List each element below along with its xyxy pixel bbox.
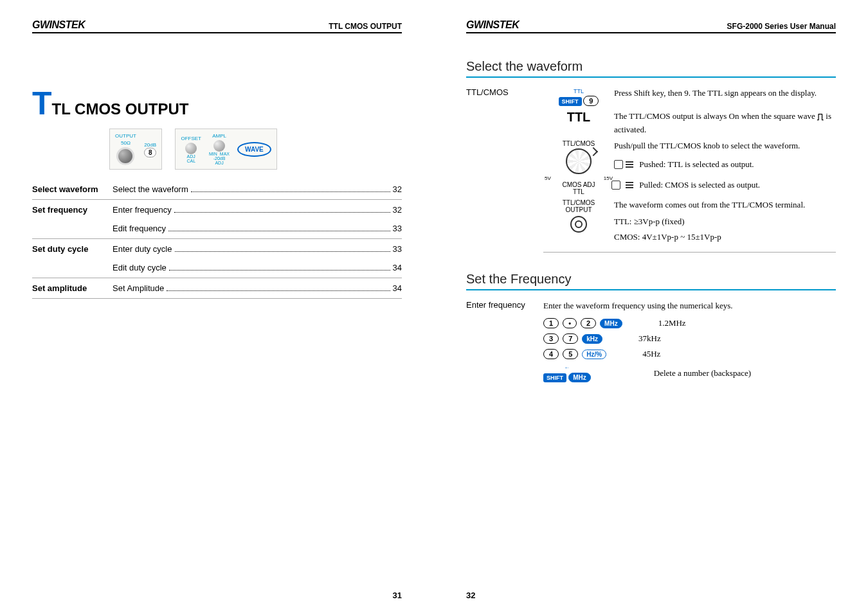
page-number: 32 [466,591,475,600]
key-9-icon: 9 [583,96,599,106]
keyrow-backspace: ← SHIFT MHz Delete a number (backspace) [543,364,836,382]
table-of-contents: Select waveformSelect the waveform32Set … [32,179,402,299]
bnc-output-icon [116,147,134,165]
header-right: GWINSTEK SFG-2000 Series User Manual [466,19,836,33]
chapter-title: TTL CMOS OUTPUT [32,85,402,122]
chapter-title-rest: TL CMOS OUTPUT [52,100,189,118]
number-key-icon: 4 [543,349,559,359]
toc-section: Select waveformSelect the waveform32 [32,179,402,200]
brand-logo: GWINSTEK [32,19,85,31]
toc-entry: Edit duty cycle34 [113,263,402,272]
shift-key-icon: SHIFT [543,373,566,382]
row-terminal: TTL/CMOS OUTPUT The waveform comes out f… [466,199,836,244]
page-number: 31 [393,591,402,600]
number-key-icon: 3 [543,333,559,344]
brand-logo: GWINSTEK [466,19,519,31]
toc-section-label: Set duty cycle [32,244,113,272]
toc-section: Set duty cycleEnter duty cycle33Edit dut… [32,239,402,278]
hardware-panel-illustration: OUTPUT 50Ω 20dB 8 OFFSET ADJ CAL AMPL MI… [32,129,402,170]
ampl-knob-icon [213,140,225,152]
toc-section-label: Set amplitude [32,283,113,293]
key-sequence-row: 1•2MHz1.2MHz [543,318,836,328]
mhz-unit-key-icon: MHz [568,373,591,382]
wave-button-icon: WAVE [237,142,271,157]
unit-key-icon: Hz/% [582,350,606,359]
key-8-icon: 8 [144,148,157,157]
header-title: TTL CMOS OUTPUT [329,22,402,31]
toc-entry: Set Amplitude34 [113,283,402,293]
key-sequence-result: 45Hz [642,349,660,359]
number-key-icon: 1 [543,318,559,328]
unit-key-icon: kHz [582,334,602,344]
number-key-icon: 7 [563,333,578,344]
page-31: GWINSTEK TTL CMOS OUTPUT TTL CMOS OUTPUT… [0,0,434,613]
shift-key-icon: SHIFT [559,97,582,106]
offset-ampl-panel: OFFSET ADJ CAL AMPL MINMAX -20dB ADJ WAV… [175,129,276,170]
key-sequence-result: 1.2MHz [658,318,686,328]
toc-section: Set frequencyEnter frequency32Edit frequ… [32,200,402,239]
row-knob-pushpull: TTL/CMOS 5V15V CMOS ADJ TTL Push/pull th… [466,140,836,195]
toc-entry: Enter frequency32 [113,205,402,215]
number-key-icon: 5 [563,349,578,359]
header-title: SFG-2000 Series User Manual [727,22,836,31]
toc-section: Set amplitudeSet Amplitude34 [32,278,402,299]
section-set-frequency: Set the Frequency [466,272,836,290]
key-sequence-result: 37kHz [638,333,661,344]
toc-section-label: Select waveform [32,184,113,194]
pulled-knob-icon [614,179,633,193]
toc-entry: Enter duty cycle33 [113,244,402,254]
key-sequence-row: 37kHz37kHz [543,333,836,344]
square-wave-icon: ⎍ [817,110,824,124]
pushed-knob-icon [614,158,633,172]
row-enter-frequency: Enter frequency Enter the waveform frequ… [466,300,836,387]
header-left: GWINSTEK TTL CMOS OUTPUT [32,19,402,33]
bnc-terminal-icon [570,216,587,233]
toc-entry: Edit frequency33 [113,224,402,233]
row-ttl-display: TTL The TTL/CMOS output is always On whe… [466,110,836,136]
unit-key-icon: MHz [600,319,622,328]
ttl-display-icon: TTL [567,110,591,124]
ttlcmos-knob-icon [566,148,592,174]
number-key-icon: • [563,318,577,328]
page-32: GWINSTEK SFG-2000 Series User Manual Sel… [434,0,868,613]
number-key-icon: 2 [581,318,596,328]
row-shift-9: TTL/CMOS TTL SHIFT 9 Press Shift key, th… [466,87,836,106]
toc-section-label: Set frequency [32,205,113,233]
key-sequence-row: 45Hz/%45Hz [543,349,836,359]
section-select-waveform: Select the waveform [466,59,836,78]
backspace-arrow-icon: ← [564,364,570,371]
output-panel: OUTPUT 50Ω 20dB 8 [109,129,162,170]
drop-cap: T [32,85,52,121]
offset-knob-icon [185,143,197,154]
toc-entry: Select the waveform32 [113,184,402,194]
